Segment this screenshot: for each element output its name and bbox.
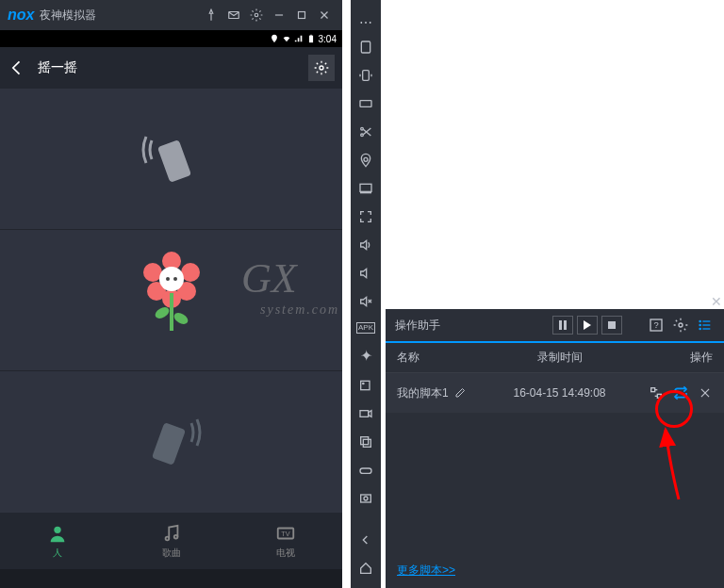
play-once-icon[interactable] — [649, 385, 664, 400]
svg-rect-35 — [360, 411, 369, 417]
script-time: 16-04-15 14:49:08 — [482, 386, 637, 400]
svg-point-12 — [165, 536, 169, 540]
back-nav-icon[interactable] — [356, 532, 375, 547]
pause-button[interactable] — [552, 316, 573, 335]
help-icon[interactable]: ? — [647, 316, 666, 335]
svg-rect-3 — [299, 12, 305, 19]
app-settings-button[interactable] — [308, 55, 335, 81]
video-icon[interactable] — [356, 406, 375, 421]
nav-tv[interactable]: TV 电视 — [275, 523, 296, 560]
multi-instance-icon[interactable] — [356, 434, 375, 449]
phone-shake-icon-2 — [139, 404, 205, 480]
fullscreen-icon[interactable] — [356, 209, 375, 224]
svg-rect-44 — [559, 320, 562, 330]
sparkle-icon[interactable]: ✦ — [356, 347, 375, 365]
svg-rect-10 — [151, 422, 185, 466]
emulator-titlebar[interactable]: nox 夜神模拟器 — [0, 0, 342, 30]
mute-icon[interactable] — [356, 294, 375, 309]
svg-rect-26 — [360, 184, 371, 191]
volume-up-icon[interactable] — [356, 237, 375, 253]
stop-button[interactable] — [601, 316, 622, 335]
svg-text:?: ? — [653, 320, 658, 330]
location-icon[interactable] — [356, 153, 375, 168]
settings-icon[interactable] — [246, 5, 267, 25]
svg-rect-16 — [361, 41, 370, 53]
shake-top — [0, 89, 342, 230]
rotate-icon[interactable] — [356, 40, 375, 55]
svg-rect-17 — [363, 71, 370, 81]
svg-rect-40 — [361, 495, 371, 502]
svg-point-50 — [679, 323, 683, 327]
svg-point-13 — [173, 534, 177, 538]
loop-icon[interactable] — [673, 385, 688, 400]
svg-point-8 — [320, 66, 323, 70]
clock-text: 3:04 — [319, 34, 337, 44]
shake-icon[interactable] — [356, 68, 375, 83]
list-icon[interactable] — [696, 316, 715, 335]
svg-rect-38 — [363, 439, 370, 447]
script-icon[interactable] — [356, 378, 375, 393]
nav-people[interactable]: 人 — [47, 523, 68, 560]
pin-icon[interactable] — [201, 5, 222, 25]
svg-point-56 — [699, 328, 700, 329]
volume-down-icon[interactable] — [356, 266, 375, 281]
more-icon[interactable]: ⋯ — [359, 15, 372, 30]
more-scripts-link[interactable]: 更多脚本>> — [397, 564, 455, 577]
phone-shake-icon — [139, 122, 205, 197]
svg-line-23 — [363, 129, 370, 136]
svg-point-11 — [54, 526, 60, 532]
close-button[interactable] — [314, 5, 335, 25]
script-name-cell: 我的脚本1 — [397, 385, 482, 401]
svg-marker-30 — [361, 297, 367, 305]
svg-point-22 — [361, 134, 364, 137]
emulator-toolbar: ⋯ APK ✦ — [351, 0, 381, 588]
svg-point-25 — [364, 157, 368, 161]
script-row[interactable]: 我的脚本1 16-04-15 14:49:08 — [386, 373, 724, 413]
svg-rect-57 — [651, 388, 655, 392]
maximize-button[interactable] — [291, 5, 312, 25]
delete-icon[interactable] — [698, 385, 713, 400]
col-name: 名称 — [397, 350, 482, 366]
svg-rect-47 — [608, 321, 616, 329]
col-ops: 操作 — [637, 350, 713, 366]
device-statusbar: 3:04 — [0, 30, 342, 47]
mail-icon[interactable] — [223, 5, 244, 25]
nav-music[interactable]: 歌曲 — [161, 523, 182, 560]
svg-rect-45 — [564, 320, 567, 330]
shake-area — [0, 89, 342, 513]
helper-settings-icon[interactable] — [671, 316, 690, 335]
svg-text:TV: TV — [281, 529, 289, 537]
keyboard-icon[interactable] — [356, 96, 375, 111]
flower-icon — [134, 253, 209, 348]
apk-icon[interactable]: APK — [356, 322, 375, 334]
my-computer-icon[interactable] — [356, 181, 375, 196]
svg-rect-39 — [360, 468, 371, 473]
svg-marker-36 — [369, 411, 371, 417]
svg-rect-7 — [310, 35, 312, 36]
svg-rect-9 — [156, 139, 190, 183]
nav-tv-label: 电视 — [276, 547, 295, 560]
battery-icon — [306, 34, 316, 43]
svg-point-34 — [363, 383, 364, 384]
play-button[interactable] — [577, 316, 598, 335]
emulator-window: nox 夜神模拟器 3:04 摇一摇 — [0, 0, 342, 588]
bottom-nav: 人 歌曲 TV 电视 — [0, 513, 342, 569]
svg-rect-37 — [361, 437, 369, 445]
helper-header: 操作助手 ? — [386, 309, 724, 343]
svg-point-1 — [255, 13, 258, 17]
svg-rect-6 — [308, 36, 312, 43]
helper-close-x[interactable]: ✕ — [711, 294, 722, 309]
home-nav-icon[interactable] — [356, 561, 375, 576]
minimize-button[interactable] — [269, 5, 289, 25]
svg-marker-28 — [361, 240, 367, 249]
svg-point-41 — [364, 497, 368, 500]
shake-bottom — [0, 371, 342, 513]
shake-center — [0, 230, 342, 371]
scissors-icon[interactable] — [356, 124, 375, 139]
back-button[interactable] — [8, 58, 30, 77]
record-icon[interactable] — [356, 491, 375, 506]
script-ops — [637, 385, 713, 400]
edit-icon[interactable] — [454, 387, 466, 399]
svg-marker-46 — [584, 320, 591, 330]
controller-icon[interactable] — [356, 463, 375, 478]
